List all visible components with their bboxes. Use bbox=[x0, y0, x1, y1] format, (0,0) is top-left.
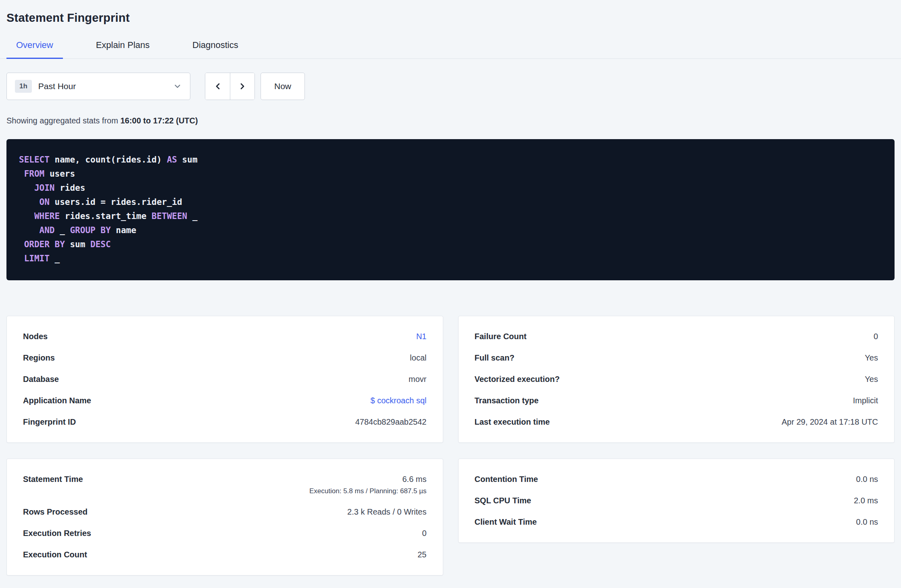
sql-line: LIMIT _ bbox=[19, 252, 882, 266]
row-value-wrap: 0 bbox=[874, 332, 878, 341]
row-value-wrap: 2.0 ms bbox=[854, 496, 878, 505]
row-value: 0.0 ns bbox=[856, 517, 878, 527]
row-label: Last execution time bbox=[475, 417, 550, 427]
time-range-label: Past Hour bbox=[38, 81, 173, 91]
sql-line: JOIN rides bbox=[19, 181, 882, 195]
row-label: Vectorized execution? bbox=[475, 375, 560, 384]
card-row: Application Name$ cockroach sql bbox=[23, 390, 427, 411]
resource-usage-card: Contention Time0.0 nsSQL CPU Time2.0 msC… bbox=[458, 459, 895, 543]
row-value: Implicit bbox=[853, 396, 878, 405]
sql-line: SELECT name, count(rides.id) AS sum bbox=[19, 153, 882, 167]
stats-range: 16:00 to 17:22 (UTC) bbox=[120, 116, 198, 125]
row-value: 0.0 ns bbox=[856, 475, 878, 484]
row-value-wrap: 0 bbox=[422, 529, 426, 538]
execution-attributes-card: Failure Count0Full scan?YesVectorized ex… bbox=[458, 316, 895, 443]
card-row: Full scan?Yes bbox=[475, 347, 878, 369]
row-label: Application Name bbox=[23, 396, 91, 405]
row-label: Full scan? bbox=[475, 353, 515, 363]
prev-interval-button[interactable] bbox=[205, 73, 230, 100]
aggregated-stats-line: Showing aggregated stats from 16:00 to 1… bbox=[6, 116, 895, 125]
time-range-dropdown[interactable]: 1h Past Hour bbox=[6, 73, 190, 100]
tab-explain-plans[interactable]: Explain Plans bbox=[86, 34, 159, 59]
time-step-buttons bbox=[205, 73, 255, 100]
card-row: NodesN1 bbox=[23, 326, 427, 347]
row-value: 0 bbox=[874, 332, 878, 341]
row-value-link[interactable]: $ cockroach sql bbox=[371, 396, 427, 405]
row-label: Execution Retries bbox=[23, 529, 91, 538]
row-value-wrap: 25 bbox=[417, 550, 426, 559]
row-value-wrap: 4784cb829aab2542 bbox=[355, 417, 427, 427]
summary-cards-row: NodesN1RegionslocalDatabasemovrApplicati… bbox=[6, 316, 895, 443]
statement-times-card: Statement Time6.6 msExecution: 5.8 ms / … bbox=[6, 459, 443, 575]
row-value: 25 bbox=[417, 550, 426, 559]
row-value-wrap: N1 bbox=[416, 332, 427, 341]
row-value-wrap: Apr 29, 2024 at 17:18 UTC bbox=[782, 417, 878, 427]
row-value-wrap: Yes bbox=[865, 375, 878, 384]
statement-fingerprint-page: Statement Fingerprint OverviewExplain Pl… bbox=[0, 0, 901, 575]
row-label: Fingerprint ID bbox=[23, 417, 76, 427]
row-value-link[interactable]: N1 bbox=[416, 332, 427, 341]
page-title: Statement Fingerprint bbox=[6, 0, 895, 28]
sql-line: FROM users bbox=[19, 167, 882, 181]
row-value-wrap: Implicit bbox=[853, 396, 878, 405]
sql-code: SELECT name, count(rides.id) AS sum FROM… bbox=[19, 153, 882, 266]
row-value-wrap: 2.3 k Reads / 0 Writes bbox=[347, 507, 426, 517]
row-value-wrap: Yes bbox=[865, 353, 878, 363]
row-label: Execution Count bbox=[23, 550, 87, 559]
row-value: Apr 29, 2024 at 17:18 UTC bbox=[782, 417, 878, 427]
row-value: local bbox=[410, 353, 426, 363]
sql-line: WHERE rides.start_time BETWEEN _ bbox=[19, 209, 882, 223]
row-label: Client Wait Time bbox=[475, 517, 537, 527]
row-label: Nodes bbox=[23, 332, 48, 341]
row-value-wrap: local bbox=[410, 353, 426, 363]
timing-cards-row: Statement Time6.6 msExecution: 5.8 ms / … bbox=[6, 459, 895, 575]
card-row: Rows Processed2.3 k Reads / 0 Writes bbox=[23, 501, 427, 523]
time-controls: 1h Past Hour Now bbox=[6, 73, 895, 100]
card-row: Statement Time6.6 msExecution: 5.8 ms / … bbox=[23, 469, 427, 501]
row-value-wrap: $ cockroach sql bbox=[371, 396, 427, 405]
row-value: 2.3 k Reads / 0 Writes bbox=[347, 507, 426, 517]
row-value: 0 bbox=[422, 529, 426, 538]
next-interval-button[interactable] bbox=[230, 73, 254, 100]
row-value-wrap: 0.0 ns bbox=[856, 475, 878, 484]
row-value-wrap: movr bbox=[409, 375, 426, 384]
row-label: Contention Time bbox=[475, 475, 538, 484]
stats-prefix: Showing aggregated stats from bbox=[6, 116, 118, 125]
tab-diagnostics[interactable]: Diagnostics bbox=[183, 34, 248, 59]
row-label: Rows Processed bbox=[23, 507, 88, 517]
card-row: Failure Count0 bbox=[475, 326, 878, 347]
row-value: Yes bbox=[865, 353, 878, 363]
card-row: Fingerprint ID4784cb829aab2542 bbox=[23, 411, 427, 433]
row-label: Database bbox=[23, 375, 59, 384]
tab-bar: OverviewExplain PlansDiagnostics bbox=[0, 34, 901, 59]
chevron-left-icon bbox=[213, 81, 223, 91]
card-row: Contention Time0.0 ns bbox=[475, 469, 878, 490]
row-label: Regions bbox=[23, 353, 55, 363]
sql-line: AND _ GROUP BY name bbox=[19, 223, 882, 238]
now-button[interactable]: Now bbox=[261, 73, 305, 100]
card-row: Databasemovr bbox=[23, 369, 427, 390]
card-row: Last execution timeApr 29, 2024 at 17:18… bbox=[475, 411, 878, 433]
sql-statement-box: SELECT name, count(rides.id) AS sum FROM… bbox=[6, 139, 895, 280]
row-value: 2.0 ms bbox=[854, 496, 878, 505]
row-label: Transaction type bbox=[475, 396, 539, 405]
statement-details-card: NodesN1RegionslocalDatabasemovrApplicati… bbox=[6, 316, 443, 443]
sql-line: ON users.id = rides.rider_id bbox=[19, 195, 882, 209]
row-subvalue: Execution: 5.8 ms / Planning: 687.5 µs bbox=[309, 487, 426, 495]
row-value: movr bbox=[409, 375, 426, 384]
card-row: Vectorized execution?Yes bbox=[475, 369, 878, 390]
chevron-right-icon bbox=[238, 81, 247, 91]
row-value: Yes bbox=[865, 375, 878, 384]
card-row: Execution Count25 bbox=[23, 544, 427, 565]
card-row: Client Wait Time0.0 ns bbox=[475, 511, 878, 533]
row-value-wrap: 6.6 msExecution: 5.8 ms / Planning: 687.… bbox=[309, 475, 426, 495]
row-label: SQL CPU Time bbox=[475, 496, 531, 505]
card-row: Transaction typeImplicit bbox=[475, 390, 878, 411]
tab-overview[interactable]: Overview bbox=[6, 34, 63, 59]
sql-line: ORDER BY sum DESC bbox=[19, 238, 882, 252]
card-row: Regionslocal bbox=[23, 347, 427, 369]
row-label: Statement Time bbox=[23, 475, 83, 484]
chevron-down-icon bbox=[173, 82, 182, 91]
card-row: SQL CPU Time2.0 ms bbox=[475, 490, 878, 511]
card-row: Execution Retries0 bbox=[23, 523, 427, 544]
